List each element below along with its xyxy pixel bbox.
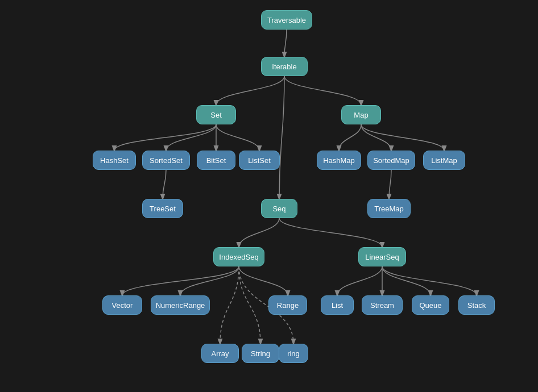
node-treemap: TreeMap: [367, 199, 411, 218]
node-sortedset: SortedSet: [142, 151, 190, 170]
edge-IndexedSeq-Vector: [122, 266, 239, 295]
edge-Set-SortedSet: [166, 124, 216, 151]
edge-LinearSeq-Queue: [382, 266, 431, 295]
edge-LinearSeq-Stack: [382, 266, 477, 295]
edge-Map-SortedMap: [361, 124, 391, 151]
edge-Iterable-Set: [216, 76, 284, 105]
edge-Map-HashMap: [339, 124, 361, 151]
node-stream: Stream: [362, 295, 403, 315]
edge-IndexedSeq-NumericRange: [180, 266, 239, 295]
edge-Traversable-Iterable: [284, 30, 287, 57]
node-iterable: Iterable: [261, 57, 308, 76]
node-range: Range: [268, 295, 307, 315]
node-list: List: [321, 295, 354, 315]
node-stringring: ring: [279, 344, 308, 363]
node-queue: Queue: [412, 295, 449, 315]
edge-IndexedSeq-Array: [220, 266, 239, 344]
edge-Iterable-Seq: [279, 76, 284, 199]
node-hashmap: HashMap: [317, 151, 361, 170]
node-traversable: Traversable: [261, 10, 312, 30]
edge-Seq-IndexedSeq: [239, 218, 279, 247]
edge-SortedSet-TreeSet: [163, 170, 166, 199]
node-seq: Seq: [261, 199, 297, 218]
node-listmap: ListMap: [423, 151, 465, 170]
node-set: Set: [196, 105, 236, 124]
node-listset: ListSet: [239, 151, 280, 170]
node-hashset: HashSet: [93, 151, 136, 170]
node-map: Map: [341, 105, 381, 124]
edge-Seq-LinearSeq: [279, 218, 382, 247]
edge-Set-HashSet: [114, 124, 216, 151]
edge-IndexedSeq-String: [239, 266, 260, 344]
edge-Map-ListMap: [361, 124, 444, 151]
diagram-container: TraversableIterableSetMapHashSetSortedSe…: [0, 0, 538, 392]
edge-SortedMap-TreeMap: [389, 170, 391, 199]
node-bitset: BitSet: [197, 151, 235, 170]
node-sortedmap: SortedMap: [367, 151, 415, 170]
node-string: String: [242, 344, 279, 363]
node-treeset: TreeSet: [142, 199, 183, 218]
node-array: Array: [201, 344, 239, 363]
edge-LinearSeq-List: [337, 266, 382, 295]
node-vector: Vector: [102, 295, 142, 315]
node-stack: Stack: [458, 295, 495, 315]
edge-IndexedSeq-Range: [239, 266, 288, 295]
edge-Set-ListSet: [216, 124, 259, 151]
node-indexedseq: IndexedSeq: [213, 247, 264, 266]
node-linearseq: LinearSeq: [358, 247, 406, 266]
edge-Iterable-Map: [284, 76, 361, 105]
node-numericrange: NumericRange: [151, 295, 210, 315]
